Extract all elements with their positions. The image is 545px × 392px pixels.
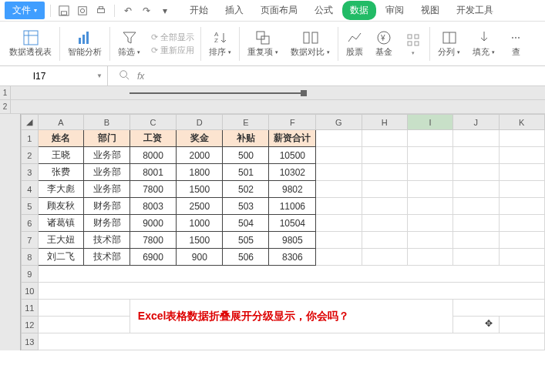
compare-button[interactable]: 数据对比 bbox=[284, 22, 336, 65]
cell[interactable] bbox=[499, 130, 545, 147]
cell[interactable] bbox=[453, 249, 499, 266]
cell[interactable]: 900 bbox=[177, 249, 223, 266]
cell[interactable]: 诸葛镇 bbox=[38, 215, 84, 232]
cell[interactable]: 503 bbox=[223, 198, 269, 215]
cell[interactable] bbox=[362, 198, 407, 215]
col-D[interactable]: D bbox=[177, 115, 223, 130]
col-A[interactable]: A bbox=[38, 115, 84, 130]
col-K[interactable]: K bbox=[499, 115, 545, 130]
cell[interactable] bbox=[316, 164, 362, 181]
qat-dropdown-icon[interactable]: ▾ bbox=[157, 3, 173, 18]
cell[interactable] bbox=[362, 215, 407, 232]
cell[interactable]: 501 bbox=[223, 164, 269, 181]
cell[interactable]: 10500 bbox=[269, 147, 316, 164]
tab-dev[interactable]: 开发工具 bbox=[449, 1, 501, 20]
name-box-input[interactable] bbox=[5, 71, 74, 82]
cell[interactable] bbox=[453, 215, 499, 232]
cell[interactable]: 工资 bbox=[130, 130, 176, 147]
cell[interactable] bbox=[499, 181, 545, 198]
cell[interactable]: 王大妞 bbox=[38, 232, 84, 249]
cell[interactable]: 7800 bbox=[130, 232, 176, 249]
cell[interactable]: 8001 bbox=[130, 164, 176, 181]
cell[interactable]: 505 bbox=[223, 232, 269, 249]
row-4[interactable]: 4 bbox=[22, 181, 39, 198]
cell[interactable] bbox=[316, 215, 362, 232]
cell[interactable] bbox=[408, 147, 453, 164]
cell[interactable] bbox=[408, 232, 453, 249]
fx-icon[interactable]: fx bbox=[137, 71, 144, 82]
undo-icon[interactable]: ↶ bbox=[120, 3, 136, 18]
cell[interactable]: 业务部 bbox=[84, 164, 130, 181]
cell[interactable]: ✥ bbox=[453, 317, 499, 333]
cell[interactable] bbox=[362, 164, 407, 181]
cell[interactable] bbox=[453, 232, 499, 249]
more-button[interactable]: ⋯ 查 bbox=[501, 22, 530, 65]
tab-home[interactable]: 开始 bbox=[182, 1, 216, 20]
select-all-corner[interactable]: ◢ bbox=[22, 115, 39, 130]
cell[interactable] bbox=[362, 130, 407, 147]
cell[interactable]: 业务部 bbox=[84, 147, 130, 164]
col-F[interactable]: F bbox=[269, 115, 316, 130]
cell[interactable]: 技术部 bbox=[84, 232, 130, 249]
cell[interactable] bbox=[316, 147, 362, 164]
cell[interactable]: 9000 bbox=[130, 215, 176, 232]
cell[interactable] bbox=[316, 181, 362, 198]
cell[interactable]: 技术部 bbox=[84, 249, 130, 266]
row-6[interactable]: 6 bbox=[22, 215, 39, 232]
tab-formula[interactable]: 公式 bbox=[307, 1, 341, 20]
cell[interactable]: 10302 bbox=[269, 164, 316, 181]
cell[interactable]: 2500 bbox=[177, 198, 223, 215]
col-C[interactable]: C bbox=[130, 115, 176, 130]
stock-button[interactable]: 股票 bbox=[340, 22, 369, 65]
cell[interactable]: 11006 bbox=[269, 198, 316, 215]
col-J[interactable]: J bbox=[453, 115, 499, 130]
outline-level-1[interactable]: 1 bbox=[0, 86, 11, 99]
cell[interactable]: 业务部 bbox=[84, 181, 130, 198]
row-3[interactable]: 3 bbox=[22, 164, 39, 181]
cell[interactable] bbox=[38, 300, 130, 317]
cell[interactable]: 9802 bbox=[269, 181, 316, 198]
row-9[interactable]: 9 bbox=[22, 266, 39, 283]
row-11[interactable]: 11 bbox=[22, 300, 39, 317]
cell[interactable] bbox=[38, 283, 544, 300]
cell[interactable] bbox=[362, 249, 407, 266]
cell[interactable] bbox=[316, 232, 362, 249]
cell[interactable] bbox=[408, 249, 453, 266]
namebox-dropdown-icon[interactable]: ▼ bbox=[96, 72, 103, 79]
cell[interactable]: 9805 bbox=[269, 232, 316, 249]
cell[interactable] bbox=[453, 300, 545, 317]
cell[interactable] bbox=[453, 164, 499, 181]
cell[interactable]: 王晓 bbox=[38, 147, 84, 164]
cell[interactable]: 张费 bbox=[38, 164, 84, 181]
cell[interactable]: 2000 bbox=[177, 147, 223, 164]
redo-icon[interactable]: ↷ bbox=[139, 3, 154, 18]
row-7[interactable]: 7 bbox=[22, 232, 39, 249]
cell[interactable]: 8003 bbox=[130, 198, 176, 215]
cell[interactable] bbox=[316, 198, 362, 215]
row-2[interactable]: 2 bbox=[22, 147, 39, 164]
cell[interactable]: 1800 bbox=[177, 164, 223, 181]
cell[interactable]: 8000 bbox=[130, 147, 176, 164]
datatype-more[interactable]: ▾ bbox=[399, 22, 428, 65]
tab-data[interactable]: 数据 bbox=[342, 1, 376, 20]
col-H[interactable]: H bbox=[362, 115, 407, 130]
search-icon[interactable] bbox=[119, 69, 130, 82]
cell[interactable]: 薪资合计 bbox=[269, 130, 316, 147]
cell[interactable]: 8306 bbox=[269, 249, 316, 266]
outline-group-end[interactable] bbox=[301, 90, 307, 96]
cell[interactable]: 部门 bbox=[84, 130, 130, 147]
cell[interactable]: 财务部 bbox=[84, 215, 130, 232]
cell[interactable]: 506 bbox=[223, 249, 269, 266]
fund-button[interactable]: ¥ 基金 bbox=[369, 22, 399, 65]
cell[interactable]: 财务部 bbox=[84, 198, 130, 215]
row-8[interactable]: 8 bbox=[22, 249, 39, 266]
name-box[interactable]: ▼ bbox=[0, 66, 108, 85]
cell[interactable] bbox=[408, 164, 453, 181]
cell[interactable] bbox=[38, 333, 544, 350]
cell[interactable] bbox=[499, 215, 545, 232]
row-10[interactable]: 10 bbox=[22, 283, 39, 300]
row-13[interactable]: 13 bbox=[22, 333, 39, 350]
show-all-button[interactable]: ⟳全部显示 bbox=[151, 32, 194, 43]
cell[interactable]: 姓名 bbox=[38, 130, 84, 147]
cell[interactable]: 刘二飞 bbox=[38, 249, 84, 266]
